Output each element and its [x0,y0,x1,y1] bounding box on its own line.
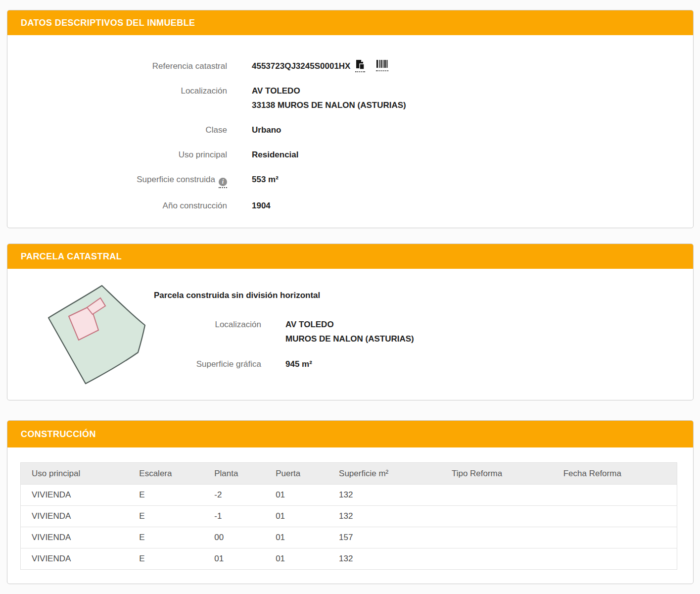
parcela-content: Parcela construida sin división horizont… [7,269,693,400]
section-header-parcela: PARCELA CATASTRAL [7,244,693,269]
table-cell [553,527,677,548]
anio-construccion-value: 1904 [252,198,271,213]
col-planta: Planta [203,463,265,485]
table-cell [553,485,677,506]
table-cell [553,548,677,570]
field-localizacion: Localización AV TOLEDO 33138 MUROS DE NA… [7,84,693,112]
uso-principal-label: Uso principal [7,148,227,162]
parcela-subtitle: Parcela construida sin división horizont… [154,291,693,300]
table-cell: VIVIENDA [21,548,129,570]
table-cell: VIVIENDA [21,527,129,548]
section-title-construccion: CONSTRUCCIÓN [21,429,96,439]
table-cell: 01 [203,548,265,570]
parcela-catastral-section: PARCELA CATASTRAL Parcela construida sin… [7,244,694,400]
field-anio-construccion: Año construcción 1904 [7,198,693,213]
uso-principal-value: Residencial [252,148,299,162]
table-row: VIVIENDA E 01 01 132 [21,548,677,570]
construccion-table: Uso principal Escalera Planta Puerta Sup… [20,462,677,570]
table-cell: 01 [265,527,328,548]
parcela-field-superficie: Superficie gráfica 945 m² [154,357,693,371]
table-cell: E [128,527,203,548]
parcela-localizacion-line2: MUROS DE NALON (ASTURIAS) [285,332,414,346]
table-row: VIVIENDA E 00 01 157 [21,527,677,548]
table-cell: 132 [328,548,441,570]
section-title-parcela: PARCELA CATASTRAL [21,251,122,261]
table-cell: VIVIENDA [21,485,129,506]
field-superficie-construida: Superficie construidai 553 m² [7,172,693,188]
superficie-info-button[interactable]: i [219,178,227,188]
field-clase: Clase Urbano [7,123,693,137]
localizacion-label: Localización [7,84,227,112]
datos-descriptivos-section: DATOS DESCRIPTIVOS DEL INMUEBLE Referenc… [7,10,694,228]
table-cell: 132 [328,485,441,506]
superficie-construida-label: Superficie construida [137,175,215,184]
col-uso-principal: Uso principal [21,463,129,485]
table-cell: 01 [265,506,328,527]
table-row: VIVIENDA E -2 01 132 [21,485,677,506]
col-fecha-reforma: Fecha Reforma [553,463,677,485]
barcode-icon [376,60,388,69]
clase-label: Clase [7,123,227,137]
section-header-datos: DATOS DESCRIPTIVOS DEL INMUEBLE [7,10,693,35]
copy-reference-button[interactable] [355,60,365,72]
col-tipo-reforma: Tipo Reforma [441,463,553,485]
table-cell: E [128,506,203,527]
table-cell: 132 [328,506,441,527]
section-header-construccion: CONSTRUCCIÓN [7,421,693,447]
anio-construccion-label: Año construcción [7,198,227,213]
col-puerta: Puerta [265,463,328,485]
localizacion-line1: AV TOLEDO [252,84,406,98]
info-icon: i [219,178,227,186]
table-cell [441,548,553,570]
superficie-grafica-value: 945 m² [285,357,312,371]
parcela-localizacion-label: Localización [154,317,261,346]
referencia-value: 4553723QJ3245S0001HX [252,59,350,73]
superficie-grafica-label: Superficie gráfica [154,357,261,371]
table-cell: E [128,548,203,570]
col-escalera: Escalera [128,463,203,485]
table-cell [441,506,553,527]
table-row: VIVIENDA E -1 01 132 [21,506,677,527]
copy-icon [355,60,365,70]
section-title-datos: DATOS DESCRIPTIVOS DEL INMUEBLE [21,18,195,28]
clase-value: Urbano [252,123,281,137]
parcela-field-localizacion: Localización AV TOLEDO MUROS DE NALON (A… [154,317,693,346]
barcode-button[interactable] [376,60,388,71]
table-cell: 01 [265,485,328,506]
table-cell [441,527,553,548]
parcel-map[interactable] [45,282,150,393]
superficie-construida-value: 553 m² [252,172,279,188]
construccion-section: CONSTRUCCIÓN Uso principal Escalera Plan… [7,420,694,584]
parcela-localizacion-line1: AV TOLEDO [285,317,414,332]
field-uso-principal: Uso principal Residencial [7,148,693,162]
table-cell: 01 [265,548,328,570]
construccion-table-wrap: Uso principal Escalera Planta Puerta Sup… [7,447,693,584]
table-cell: -2 [203,485,265,506]
table-cell: -1 [203,506,265,527]
table-cell [441,485,553,506]
table-cell: 157 [328,527,441,548]
datos-fields: Referencia catastral 4553723QJ3245S0001H… [7,35,693,228]
table-header-row: Uso principal Escalera Planta Puerta Sup… [21,463,677,485]
localizacion-line2: 33138 MUROS DE NALON (ASTURIAS) [252,98,406,112]
field-referencia-catastral: Referencia catastral 4553723QJ3245S0001H… [7,59,693,73]
table-cell: E [128,485,203,506]
table-cell [553,506,677,527]
table-cell: 00 [203,527,265,548]
table-cell: VIVIENDA [21,506,129,527]
referencia-label: Referencia catastral [7,59,227,73]
col-superficie: Superficie m² [328,463,441,485]
